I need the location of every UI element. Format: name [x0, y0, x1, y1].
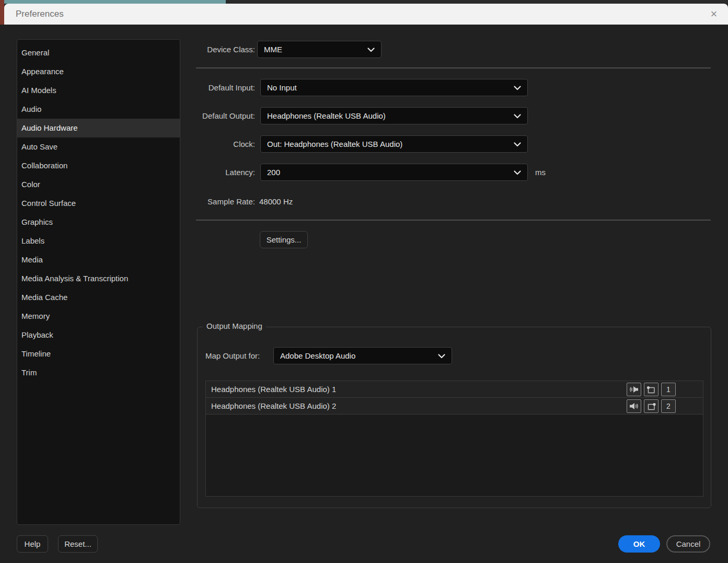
divider-top — [196, 67, 711, 68]
sidebar-item-control-surface[interactable]: Control Surface — [17, 194, 180, 213]
sidebar-item-appearance[interactable]: Appearance — [17, 62, 180, 81]
clock-dropdown[interactable]: Out: Headphones (Realtek USB Audio) — [260, 135, 528, 153]
sidebar-item-media[interactable]: Media — [17, 250, 180, 269]
grid-position-top-right-icon[interactable] — [644, 399, 658, 413]
help-button[interactable]: Help — [17, 535, 48, 553]
title-bar: Preferences × — [4, 4, 728, 25]
background-strip-teal — [0, 0, 226, 4]
chevron-down-icon — [367, 48, 375, 52]
sidebar-item-graphics[interactable]: Graphics — [17, 213, 180, 232]
clock-label: Clock: — [193, 135, 255, 153]
speaker-left-icon[interactable] — [627, 383, 641, 396]
latency-dropdown[interactable]: 200 — [260, 164, 528, 181]
latency-row: Latency: 200 ms — [193, 164, 559, 181]
device-class-label: Device Class: — [193, 41, 255, 58]
output-mapping-legend: Output Mapping — [203, 321, 266, 330]
default-input-label: Default Input: — [193, 79, 255, 96]
chevron-down-icon — [514, 170, 521, 175]
channel-name: Headphones (Realtek USB Audio) 1 — [211, 381, 336, 398]
map-output-for-label: Map Output for: — [205, 347, 260, 364]
channel-row-1[interactable]: Headphones (Realtek USB Audio) 1 — [206, 381, 703, 398]
map-output-for-value: Adobe Desktop Audio — [280, 351, 355, 360]
sidebar-item-memory[interactable]: Memory — [17, 307, 180, 326]
sidebar-item-media-analysis[interactable]: Media Analysis & Transcription — [17, 269, 180, 288]
divider-middle — [196, 220, 711, 221]
sidebar-item-audio-hardware[interactable]: Audio Hardware — [17, 119, 180, 137]
cancel-button[interactable]: Cancel — [666, 535, 710, 553]
sidebar-item-media-cache[interactable]: Media Cache — [17, 288, 180, 307]
default-output-dropdown[interactable]: Headphones (Realtek USB Audio) — [260, 107, 528, 124]
map-output-for-dropdown[interactable]: Adobe Desktop Audio — [273, 347, 452, 364]
default-input-dropdown[interactable]: No Input — [260, 79, 528, 96]
latency-label: Latency: — [193, 164, 255, 181]
device-class-row: Device Class: MME — [193, 41, 402, 58]
clock-row: Clock: Out: Headphones (Realtek USB Audi… — [193, 135, 559, 153]
default-input-row: Default Input: No Input — [193, 79, 559, 96]
sidebar-item-labels[interactable]: Labels — [17, 232, 180, 250]
chevron-down-icon — [438, 354, 445, 359]
sidebar-item-playback[interactable]: Playback — [17, 326, 180, 344]
channel-number-badge[interactable]: 1 — [661, 383, 676, 396]
default-output-value: Headphones (Realtek USB Audio) — [267, 111, 386, 120]
device-class-dropdown[interactable]: MME — [257, 41, 382, 58]
sidebar-item-auto-save[interactable]: Auto Save — [17, 137, 180, 156]
sample-rate-label: Sample Rate: — [193, 193, 255, 210]
default-output-label: Default Output: — [193, 107, 255, 124]
sample-rate-row: Sample Rate: 48000 Hz — [193, 193, 402, 210]
chevron-down-icon — [514, 142, 521, 147]
device-class-value: MME — [264, 45, 282, 54]
dialog-body: General Appearance AI Models Audio Audio… — [0, 25, 728, 563]
default-output-row: Default Output: Headphones (Realtek USB … — [193, 107, 559, 124]
sidebar-item-timeline[interactable]: Timeline — [17, 344, 180, 363]
default-input-value: No Input — [267, 83, 297, 92]
close-icon[interactable]: × — [706, 6, 722, 22]
speaker-right-icon[interactable] — [627, 399, 641, 413]
settings-button[interactable]: Settings... — [260, 231, 308, 248]
sidebar-item-trim[interactable]: Trim — [17, 363, 180, 382]
latency-unit: ms — [535, 164, 546, 181]
grid-position-top-left-icon[interactable] — [644, 383, 658, 396]
clock-value: Out: Headphones (Realtek USB Audio) — [267, 140, 402, 148]
sidebar-item-ai-models[interactable]: AI Models — [17, 81, 180, 100]
sidebar-item-audio[interactable]: Audio — [17, 100, 180, 119]
sidebar-item-color[interactable]: Color — [17, 175, 180, 194]
chevron-down-icon — [514, 114, 521, 119]
output-mapping-group: Output Mapping Map Output for: Adobe Des… — [197, 327, 711, 508]
window-title: Preferences — [16, 4, 64, 25]
ok-button[interactable]: OK — [618, 535, 660, 553]
preferences-sidebar: General Appearance AI Models Audio Audio… — [17, 39, 180, 525]
channel-row-2[interactable]: Headphones (Realtek USB Audio) 2 — [206, 398, 703, 415]
background-strip-dark — [226, 0, 728, 4]
preferences-dialog: Preferences × General Appearance AI Mode… — [0, 0, 728, 563]
reset-button[interactable]: Reset... — [58, 535, 98, 553]
sidebar-item-general[interactable]: General — [17, 43, 180, 62]
output-channel-list: Headphones (Realtek USB Audio) 1 — [205, 381, 703, 497]
chevron-down-icon — [514, 86, 521, 90]
sidebar-item-collaboration[interactable]: Collaboration — [17, 156, 180, 175]
sample-rate-value: 48000 Hz — [259, 193, 293, 210]
channel-number-badge[interactable]: 2 — [661, 399, 676, 413]
channel-name: Headphones (Realtek USB Audio) 2 — [211, 398, 336, 415]
latency-value: 200 — [267, 168, 280, 177]
